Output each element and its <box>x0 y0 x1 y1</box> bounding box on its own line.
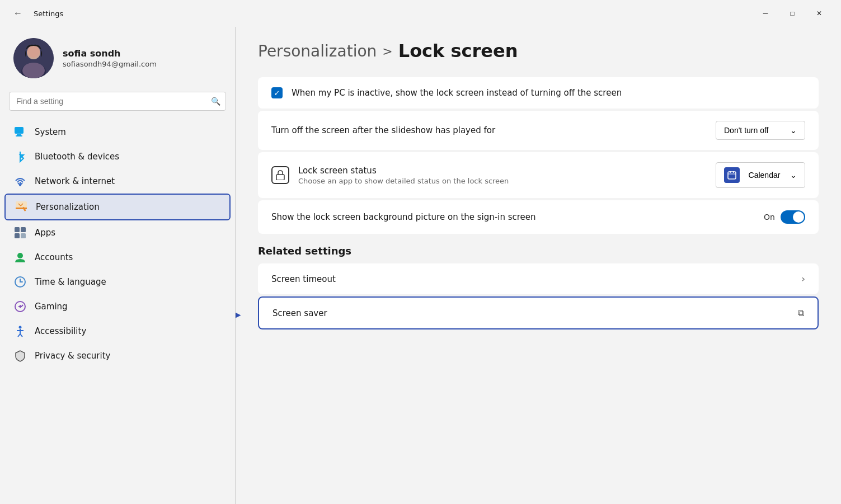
window-controls: ─ □ ✕ <box>753 4 832 22</box>
titlebar: ← Settings ─ □ ✕ <box>0 0 841 27</box>
svg-rect-6 <box>17 134 21 135</box>
svg-point-8 <box>19 184 21 186</box>
svg-point-21 <box>22 305 24 307</box>
sidebar: sofia sondh sofiasondh94@gmail.com 🔍 Sys… <box>0 27 235 504</box>
lock-status-desc: Choose an app to show detailed status on… <box>298 177 707 185</box>
svg-rect-28 <box>728 172 736 179</box>
sidebar-item-label-network: Network & internet <box>35 176 115 186</box>
lock-status-title: Lock screen status <box>298 166 707 176</box>
sidebar-item-label-time: Time & language <box>35 277 106 287</box>
avatar <box>13 38 54 78</box>
sidebar-item-label-accessibility: Accessibility <box>35 326 86 336</box>
related-card-screen-timeout[interactable]: Screen timeout › <box>258 263 819 294</box>
related-card-screen-saver[interactable]: ▶ Screen saver ⧉ <box>258 296 819 329</box>
sidebar-item-apps[interactable]: Apps <box>4 220 231 245</box>
network-icon <box>13 175 27 188</box>
lock-status-chevron-icon: ⌄ <box>790 171 797 180</box>
sidebar-item-label-accounts: Accounts <box>35 252 73 262</box>
minimize-button[interactable]: ─ <box>753 4 778 22</box>
sidebar-item-privacy[interactable]: Privacy & security <box>4 343 231 368</box>
sidebar-item-gaming[interactable]: Gaming <box>4 294 231 319</box>
maximize-button[interactable]: □ <box>779 4 805 22</box>
search-input[interactable] <box>9 92 226 111</box>
sidebar-item-label-gaming: Gaming <box>35 302 68 312</box>
setting-group-lock-status: Lock screen status Choose an app to show… <box>258 152 819 198</box>
app-body: sofia sondh sofiasondh94@gmail.com 🔍 Sys… <box>0 27 841 504</box>
back-button[interactable]: ← <box>9 4 27 22</box>
user-info: sofia sondh sofiasondh94@gmail.com <box>63 48 157 68</box>
user-name: sofia sondh <box>63 48 157 59</box>
sidebar-item-system[interactable]: System <box>4 120 231 144</box>
lock-status-icon <box>271 166 289 184</box>
svg-line-26 <box>20 334 22 337</box>
screen-saver-external-icon: ⧉ <box>798 308 804 318</box>
setting-group-background: Show the lock screen background picture … <box>258 200 819 234</box>
slideshow-dropdown[interactable]: Don't turn off ⌄ <box>716 121 805 140</box>
calendar-icon <box>724 167 740 183</box>
inactive-checkbox[interactable]: ✓ <box>271 87 283 98</box>
sidebar-item-label-personalization: Personalization <box>36 202 100 212</box>
related-settings-title: Related settings <box>258 245 819 257</box>
setting-row-checkbox: ✓ When my PC is inactive, show the lock … <box>258 77 819 109</box>
svg-point-22 <box>19 326 22 329</box>
titlebar-left: ← Settings <box>9 4 63 22</box>
user-email: sofiasondh94@gmail.com <box>63 60 157 68</box>
screen-saver-label: Screen saver <box>272 308 798 318</box>
svg-rect-14 <box>15 233 20 238</box>
slideshow-value: Don't turn off <box>724 126 768 135</box>
svg-point-16 <box>17 253 23 258</box>
search-box: 🔍 <box>9 92 226 111</box>
svg-point-4 <box>27 45 40 58</box>
setting-group-inactive: ✓ When my PC is inactive, show the lock … <box>258 77 819 109</box>
time-icon <box>13 275 27 289</box>
sidebar-item-label-apps: Apps <box>35 228 55 238</box>
screen-timeout-chevron-icon: › <box>802 274 805 284</box>
svg-rect-27 <box>276 175 284 180</box>
accessibility-icon <box>13 324 27 338</box>
gaming-icon <box>13 300 27 313</box>
lock-status-dropdown[interactable]: Calendar ⌄ <box>716 162 805 188</box>
accounts-icon <box>13 251 27 264</box>
breadcrumb: Personalization > Lock screen <box>258 40 819 62</box>
background-toggle-wrap: On <box>764 210 805 224</box>
sidebar-item-personalization[interactable]: Personalization ◀ <box>4 194 231 220</box>
background-label: Show the lock screen background picture … <box>271 212 755 222</box>
right-arrow-annotation: ▶ <box>236 302 241 324</box>
dropdown-chevron-icon: ⌄ <box>790 126 797 135</box>
close-button[interactable]: ✕ <box>806 4 832 22</box>
content-area: Personalization > Lock screen ✓ When my … <box>236 27 841 504</box>
setting-row-slideshow: Turn off the screen after the slideshow … <box>258 111 819 150</box>
avatar-image <box>13 38 54 78</box>
svg-rect-15 <box>21 233 26 238</box>
titlebar-title: Settings <box>34 10 63 18</box>
setting-row-background: Show the lock screen background picture … <box>258 200 819 234</box>
sidebar-item-accounts[interactable]: Accounts <box>4 245 231 270</box>
sidebar-item-time[interactable]: Time & language <box>4 270 231 294</box>
background-status: On <box>764 213 775 222</box>
setting-group-slideshow: Turn off the screen after the slideshow … <box>258 111 819 150</box>
personalization-icon <box>15 200 28 214</box>
breadcrumb-parent[interactable]: Personalization <box>258 42 377 60</box>
sidebar-item-label-bluetooth: Bluetooth & devices <box>35 152 119 162</box>
lock-status-value: Calendar <box>749 171 781 180</box>
sidebar-item-accessibility[interactable]: Accessibility <box>4 319 231 343</box>
bluetooth-icon <box>13 150 27 163</box>
setting-row-lock-status: Lock screen status Choose an app to show… <box>258 152 819 198</box>
slideshow-label: Turn off the screen after the slideshow … <box>271 125 707 135</box>
search-icon: 🔍 <box>211 97 220 106</box>
breadcrumb-current: Lock screen <box>398 40 518 62</box>
svg-rect-10 <box>16 208 27 209</box>
sidebar-item-network[interactable]: Network & internet <box>4 169 231 194</box>
privacy-icon <box>13 349 27 362</box>
lock-status-text: Lock screen status Choose an app to show… <box>298 166 707 185</box>
system-icon <box>13 125 27 139</box>
sidebar-item-bluetooth[interactable]: Bluetooth & devices <box>4 144 231 169</box>
svg-rect-13 <box>21 227 26 232</box>
background-toggle[interactable] <box>781 210 805 224</box>
svg-point-3 <box>22 63 45 78</box>
sidebar-item-label-privacy: Privacy & security <box>35 351 110 361</box>
svg-rect-12 <box>15 227 20 232</box>
toggle-knob <box>793 211 804 223</box>
user-section: sofia sondh sofiasondh94@gmail.com <box>0 27 235 92</box>
sidebar-item-label-system: System <box>35 127 66 137</box>
